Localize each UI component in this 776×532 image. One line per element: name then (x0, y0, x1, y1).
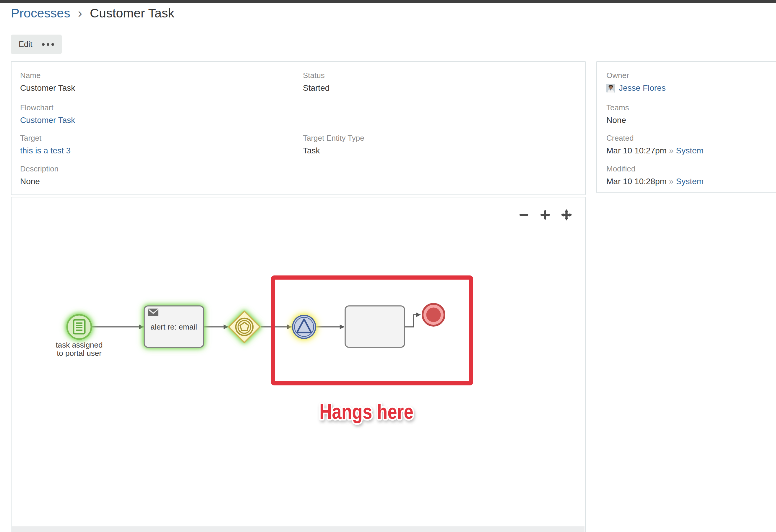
diagram-controls (517, 208, 573, 222)
status-value: Started (303, 82, 330, 94)
breadcrumb-processes-link[interactable]: Processes (11, 6, 70, 20)
field-target-entity-type: Target Entity Type Task (303, 133, 364, 157)
field-modified: Modified Mar 10 10:28pm»System (606, 164, 704, 187)
empty-task[interactable] (345, 306, 405, 347)
plus-icon (541, 210, 550, 220)
ellipsis-icon (42, 43, 45, 46)
ellipsis-icon (47, 43, 49, 46)
target-link[interactable]: this is a test 3 (20, 146, 71, 155)
field-flowchart: Flowchart Customer Task (20, 103, 75, 126)
end-event[interactable] (423, 304, 444, 326)
document-lines-icon (73, 320, 85, 334)
ellipsis-icon (51, 43, 54, 46)
window-top-bar (0, 0, 776, 3)
breadcrumb: Processes › Customer Task (11, 4, 174, 22)
zoom-in-button[interactable] (538, 208, 552, 222)
field-status: Status Started (303, 70, 330, 94)
signal-intermediate-event[interactable] (293, 315, 316, 338)
start-event-label-line1: task assigned (56, 341, 103, 349)
breadcrumb-separator-icon: › (78, 6, 82, 20)
created-by-link[interactable]: System (676, 146, 703, 155)
pan-button[interactable] (560, 208, 573, 222)
double-chevron-icon: » (669, 177, 674, 186)
field-description: Description None (20, 164, 58, 187)
process-detail-page: Processes › Customer Task Edit Name Cust… (0, 0, 776, 532)
double-chevron-icon: » (669, 146, 674, 155)
more-actions-button[interactable] (42, 35, 54, 54)
flowchart-link[interactable]: Customer Task (20, 116, 75, 125)
process-diagram[interactable]: task assigned to portal user alert re: e… (12, 197, 585, 532)
field-name: Name Customer Task (20, 70, 75, 94)
field-target: Target this is a test 3 (20, 133, 71, 157)
zoom-out-button[interactable] (517, 208, 531, 222)
edit-button[interactable]: Edit (19, 40, 32, 49)
modified-by-link[interactable]: System (676, 177, 703, 186)
owner-link[interactable]: Jesse Flores (619, 82, 666, 94)
send-email-task[interactable]: alert re: email (144, 306, 204, 347)
horizontal-scrollbar[interactable] (12, 526, 585, 532)
envelope-icon (148, 309, 158, 316)
owner-avatar (606, 83, 615, 93)
action-button-group: Edit (11, 35, 62, 54)
page-title: Customer Task (90, 6, 174, 20)
field-teams: Teams None (606, 103, 629, 126)
created-date: Mar 10 10:27pm (606, 146, 667, 155)
modified-date: Mar 10 10:28pm (606, 177, 667, 186)
start-event[interactable] (67, 315, 91, 339)
start-event-label-line2: to portal user (57, 349, 102, 358)
sequence-flow (405, 315, 420, 327)
field-created: Created Mar 10 10:27pm»System (606, 133, 704, 157)
move-icon (561, 209, 572, 221)
annotation-text: Hangs here (320, 400, 413, 423)
field-owner: Owner Jesse Flores (606, 70, 666, 94)
event-based-gateway[interactable] (229, 311, 260, 343)
minus-icon (520, 214, 528, 216)
send-email-task-label: alert re: email (150, 323, 197, 331)
record-sidebar-panel: Owner Jesse Flores Teams None Creat (596, 61, 776, 193)
flowchart-panel: task assigned to portal user alert re: e… (11, 197, 586, 532)
record-details-panel: Name Customer Task Flowchart Customer Ta… (11, 61, 586, 195)
